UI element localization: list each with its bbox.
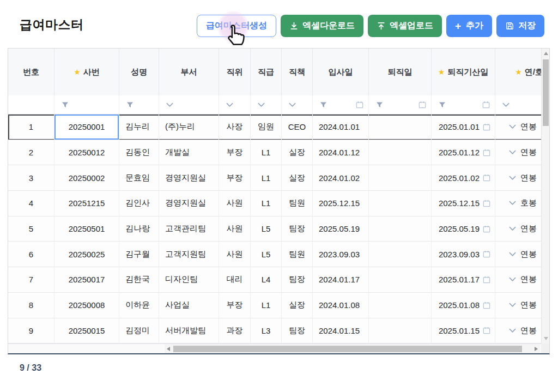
column-header-hire_date[interactable]: 입사일 [313, 49, 369, 95]
excel-download-button[interactable]: 엑셀다운로드 [281, 15, 363, 37]
cell-no[interactable]: 5 [8, 216, 54, 242]
cell-grade[interactable]: L5 [251, 216, 282, 242]
cell-pay_type[interactable]: 연봉 [495, 114, 541, 140]
cell-dropdown-chevron-icon[interactable] [509, 201, 516, 206]
cell-position[interactable]: 부장 [219, 165, 251, 191]
column-header-retire_date[interactable]: 퇴직일 [369, 49, 432, 95]
cell-retire_date[interactable] [369, 191, 432, 216]
scroll-up-arrow-icon[interactable] [544, 52, 548, 55]
horizontal-scrollbar[interactable] [8, 343, 541, 353]
cell-name[interactable]: 김인사 [119, 191, 159, 216]
cell-dept[interactable]: 서버개발팀 [159, 318, 219, 344]
cell-dropdown-chevron-icon[interactable] [509, 303, 516, 307]
cell-retire_base_date[interactable]: 2025.01.02 [432, 165, 495, 191]
cell-calendar-icon[interactable] [483, 200, 490, 207]
cell-hire_date[interactable]: 2024.01.15 [313, 318, 369, 344]
cell-hire_date[interactable]: 2024.01.08 [313, 293, 369, 318]
cell-calendar-icon[interactable] [483, 250, 490, 258]
cell-no[interactable]: 2 [8, 140, 54, 166]
cell-retire_date[interactable] [369, 293, 432, 318]
column-header-role[interactable]: 직책 [282, 49, 313, 95]
cell-no[interactable]: 8 [8, 293, 54, 318]
cell-dropdown-chevron-icon[interactable] [509, 124, 516, 129]
dropdown-chevron-icon[interactable] [166, 102, 173, 107]
cell-dropdown-chevron-icon[interactable] [509, 277, 516, 282]
cell-no[interactable]: 9 [8, 318, 54, 344]
scroll-left-arrow-icon[interactable] [167, 347, 170, 351]
cell-name[interactable]: 문효임 [119, 165, 159, 191]
cell-hire_date[interactable]: 2024.01.12 [313, 140, 369, 166]
filter-funnel-icon[interactable] [62, 101, 69, 108]
cell-grade[interactable]: L5 [251, 242, 282, 267]
add-row-button[interactable]: + 추가 [446, 15, 492, 37]
cell-calendar-icon[interactable] [483, 123, 490, 131]
calendar-icon[interactable] [418, 101, 426, 108]
cell-empno[interactable]: 20251215 [54, 191, 119, 216]
cell-hire_date[interactable]: 2024.01.01 [313, 114, 369, 140]
save-button[interactable]: 저장 [496, 15, 544, 37]
cell-position[interactable]: 부장 [219, 140, 251, 166]
filter-cell-position[interactable] [219, 95, 251, 114]
cell-grade[interactable]: L1 [251, 293, 282, 318]
cell-dept[interactable]: 경영지원실 [159, 191, 219, 216]
cell-no[interactable]: 4 [8, 191, 54, 216]
cell-hire_date[interactable]: 2024.01.17 [313, 267, 369, 293]
cell-position[interactable]: 사원 [219, 216, 251, 242]
cell-position[interactable]: 대리 [219, 267, 251, 293]
calendar-icon[interactable] [356, 101, 363, 108]
filter-cell-empno[interactable] [54, 95, 119, 114]
filter-funnel-icon[interactable] [126, 101, 134, 108]
cell-pay_type[interactable]: 연봉 [495, 140, 541, 166]
horizontal-scrollbar-track[interactable] [165, 344, 540, 353]
cell-dept[interactable]: 고객관리팀 [159, 216, 219, 242]
cell-retire_date[interactable] [369, 216, 432, 242]
cell-grade[interactable]: L1 [251, 140, 282, 166]
table-row[interactable]: 120250001김누리(주)누리사장임원CEO2024.01.012025.0… [8, 114, 541, 140]
filter-cell-role[interactable] [282, 95, 313, 114]
column-header-dept[interactable]: 부서 [159, 49, 219, 95]
cell-retire_base_date[interactable]: 2023.09.03 [432, 242, 495, 267]
cell-position[interactable]: 부장 [219, 293, 251, 318]
cell-empno[interactable]: 20250015 [54, 318, 119, 344]
cell-retire_date[interactable] [369, 267, 432, 293]
cell-pay_type[interactable]: 연봉 [495, 165, 541, 191]
cell-dept[interactable]: 개발실 [159, 140, 219, 166]
cell-retire_base_date[interactable]: 2025.12.15 [432, 191, 495, 216]
cell-calendar-icon[interactable] [483, 301, 490, 309]
excel-upload-button[interactable]: 엑셀업로드 [368, 15, 442, 37]
column-header-empno[interactable]: ★사번 [54, 49, 119, 95]
cell-retire_date[interactable] [369, 114, 432, 140]
cell-pay_type[interactable]: 연봉 [495, 318, 541, 344]
cell-pay_type[interactable]: 연봉 [495, 293, 541, 318]
column-header-pay_type[interactable]: ★연/호봉 [495, 49, 541, 95]
cell-empno[interactable]: 20250012 [54, 140, 119, 166]
cell-role[interactable]: 팀장 [282, 318, 313, 344]
filter-cell-name[interactable] [119, 95, 159, 114]
scroll-right-arrow-icon[interactable] [535, 347, 538, 351]
cell-retire_date[interactable] [369, 242, 432, 267]
filter-funnel-icon[interactable] [376, 101, 383, 108]
cell-grade[interactable]: L1 [251, 191, 282, 216]
cell-calendar-icon[interactable] [483, 225, 490, 233]
cell-no[interactable]: 7 [8, 267, 54, 293]
cell-retire_date[interactable] [369, 318, 432, 344]
cell-retire_base_date[interactable]: 2025.01.15 [432, 318, 495, 344]
table-row[interactable]: 520250501김나랑고객관리팀사원L5팀장2025.05.192025.05… [8, 216, 541, 242]
cell-dropdown-chevron-icon[interactable] [509, 252, 516, 257]
cell-name[interactable]: 김구월 [119, 242, 159, 267]
cell-hire_date[interactable]: 2025.05.19 [313, 216, 369, 242]
dropdown-chevron-icon[interactable] [289, 102, 296, 107]
table-row[interactable]: 620250025김구월고객지원팀사원L5팀원2023.09.032023.09… [8, 242, 541, 267]
vertical-scrollbar-thumb[interactable] [543, 59, 549, 126]
cell-dropdown-chevron-icon[interactable] [509, 176, 516, 180]
cell-hire_date[interactable]: 2023.09.03 [313, 242, 369, 267]
column-header-retire_base_date[interactable]: ★퇴직기산일 [432, 49, 495, 95]
cell-no[interactable]: 1 [8, 114, 54, 140]
filter-funnel-icon[interactable] [439, 101, 446, 108]
dropdown-chevron-icon[interactable] [226, 102, 233, 107]
table-row[interactable]: 920250015김정미서버개발팀과장L3팀장2024.01.152025.01… [8, 318, 541, 344]
cell-empno[interactable]: 20250017 [54, 267, 119, 293]
column-header-name[interactable]: 성명 [119, 49, 159, 95]
table-row[interactable]: 320250002문효임경영지원실부장L1실장2024.01.022025.01… [8, 165, 541, 191]
table-row[interactable]: 420251215김인사경영지원실사원L1팀원2025.12.152025.12… [8, 191, 541, 216]
